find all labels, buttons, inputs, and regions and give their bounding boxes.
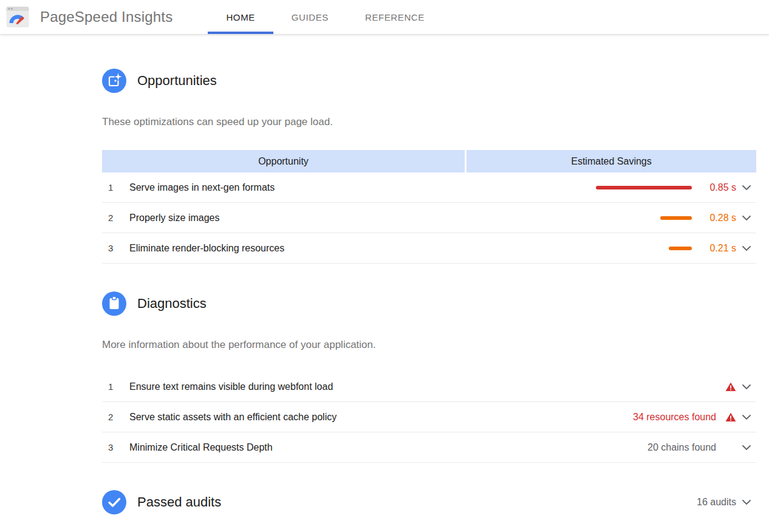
tab-reference[interactable]: REFERENCE	[347, 0, 443, 34]
warning-triangle-icon	[725, 412, 736, 422]
chevron-down-icon[interactable]	[742, 246, 751, 251]
diagnostic-value: 34 resources found	[633, 412, 716, 423]
savings-value: 0.28 s	[702, 213, 736, 223]
diagnostic-value-cell	[716, 382, 756, 392]
opportunities-header: Opportunities	[102, 69, 756, 93]
column-header-opportunity: Opportunity	[102, 150, 465, 172]
row-number: 1	[102, 381, 129, 392]
diagnostic-row[interactable]: 1 Ensure text remains visible during web…	[102, 372, 756, 402]
passed-count: 16 audits	[697, 497, 736, 508]
savings-cell: 0.21 s	[669, 243, 756, 254]
diagnostics-rows: 1 Ensure text remains visible during web…	[102, 372, 756, 463]
diagnostics-section: Diagnostics More information about the p…	[102, 292, 756, 463]
app-title: PageSpeed Insights	[40, 9, 173, 26]
diagnostic-value: 20 chains found	[648, 442, 716, 453]
main-nav: HOME GUIDES REFERENCE	[208, 0, 442, 34]
section-title: Diagnostics	[137, 296, 207, 312]
chevron-down-icon[interactable]	[742, 500, 751, 505]
chevron-down-icon[interactable]	[742, 384, 751, 389]
audit-title: Serve images in next-gen formats	[129, 182, 596, 193]
diagnostics-header: Diagnostics	[102, 292, 756, 316]
section-title: Opportunities	[137, 73, 217, 89]
savings-value: 0.85 s	[702, 182, 736, 193]
chevron-down-icon[interactable]	[742, 216, 751, 220]
opportunity-row[interactable]: 3 Eliminate render-blocking resources 0.…	[102, 233, 756, 264]
row-number: 3	[102, 442, 129, 452]
clipboard-icon	[102, 292, 126, 316]
diagnostic-row[interactable]: 3 Minimize Critical Requests Depth 20 ch…	[102, 432, 756, 463]
pagespeed-gauge-logo	[6, 4, 29, 30]
diagnostic-row[interactable]: 2 Serve static assets with an efficient …	[102, 402, 756, 432]
report-body: Opportunities These optimizations can sp…	[0, 34, 769, 514]
savings-bar	[596, 186, 692, 189]
chevron-down-icon[interactable]	[742, 415, 751, 420]
audit-title: Minimize Critical Requests Depth	[129, 442, 648, 453]
row-number: 1	[102, 182, 129, 193]
savings-cell: 0.28 s	[660, 213, 756, 223]
savings-bar	[669, 247, 692, 250]
section-description: These optimizations can speed up your pa…	[102, 116, 756, 128]
diagnostic-value-cell: 34 resources found	[633, 412, 756, 423]
row-number: 3	[102, 243, 129, 253]
chevron-down-icon[interactable]	[742, 185, 751, 190]
audit-title: Ensure text remains visible during webfo…	[129, 381, 716, 392]
opportunity-row[interactable]: 2 Properly size images 0.28 s	[102, 203, 756, 233]
audit-title: Eliminate render-blocking resources	[129, 243, 669, 254]
check-circle-icon	[102, 490, 126, 514]
row-number: 2	[102, 412, 129, 422]
image-sparkle-icon	[102, 69, 126, 93]
passed-audits-row[interactable]: Passed audits 16 audits	[102, 490, 756, 514]
savings-cell: 0.85 s	[596, 182, 756, 193]
passed-audits-summary: 16 audits	[697, 497, 756, 508]
opportunities-section: Opportunities These optimizations can sp…	[102, 69, 756, 264]
warning-triangle-icon	[725, 382, 736, 392]
brand: PageSpeed Insights	[0, 0, 173, 34]
row-number: 2	[102, 213, 129, 223]
diagnostic-value-cell: 20 chains found	[648, 442, 756, 453]
column-header-estimated-savings: Estimated Savings	[467, 150, 756, 172]
passed-audits-section: Passed audits 16 audits	[102, 490, 756, 514]
audit-title: Serve static assets with an efficient ca…	[129, 412, 633, 423]
savings-bar	[660, 216, 692, 220]
opportunities-table-header: Opportunity Estimated Savings	[102, 150, 756, 172]
tab-guides[interactable]: GUIDES	[273, 0, 347, 34]
app-header: PageSpeed Insights HOME GUIDES REFERENCE	[0, 0, 769, 34]
audit-title: Properly size images	[129, 213, 660, 223]
section-title: Passed audits	[137, 494, 221, 510]
opportunity-row[interactable]: 1 Serve images in next-gen formats 0.85 …	[102, 172, 756, 203]
chevron-down-icon[interactable]	[742, 445, 751, 450]
savings-value: 0.21 s	[702, 243, 736, 254]
section-description: More information about the performance o…	[102, 339, 756, 351]
tab-home[interactable]: HOME	[208, 0, 273, 34]
